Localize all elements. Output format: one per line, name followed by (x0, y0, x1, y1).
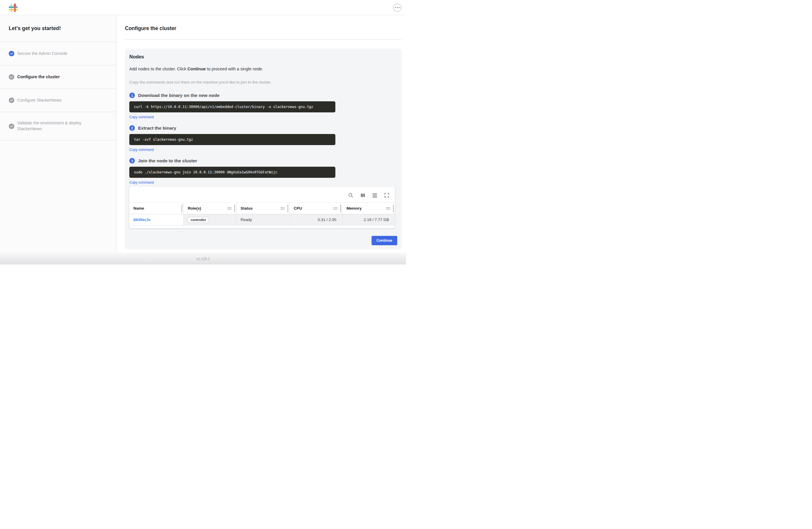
sidebar-item-label: Secure the Admin Console (17, 51, 68, 57)
fullscreen-icon[interactable] (384, 192, 390, 198)
node-name-cell: 8849ec3c (129, 214, 184, 225)
step-1-header: 1 Download the binary on the new node (129, 92, 397, 98)
sidebar-item-configure-slackernews[interactable]: Configure SlackerNews (0, 89, 116, 112)
title-divider (125, 39, 402, 40)
step-2-command-code: tar -xvf slackernews-gnu.tgz (129, 134, 335, 145)
step-1-command-code: curl -k https://10.0.0.11:30000/api/v1/e… (129, 101, 335, 112)
sidebar-item-validate-deploy[interactable]: Validate the environment & deploy Slacke… (0, 112, 116, 140)
sidebar-item-secure-admin-console[interactable]: Secure the Admin Console (0, 42, 116, 66)
column-drag-icon[interactable] (227, 207, 231, 209)
step-2-header: 2 Extract the binary (129, 125, 397, 131)
column-label: Name (133, 206, 144, 211)
version-label: v1.125.2 (196, 257, 209, 261)
search-icon[interactable] (348, 192, 354, 198)
intro-prefix: Add nodes to the cluster. Click (129, 67, 187, 71)
step-1-number-badge: 1 (129, 92, 135, 98)
step-2-number-badge: 2 (129, 125, 135, 131)
node-name-link[interactable]: 8849ec3c (133, 217, 151, 222)
column-label: Memory (346, 206, 362, 211)
role-badge: controller (188, 217, 209, 223)
column-resize-handle[interactable] (393, 204, 394, 213)
step-3-copy-command-link[interactable]: Copy command (129, 181, 154, 185)
intro-continue-word: Continue (187, 67, 206, 71)
column-header-memory[interactable]: Memory (343, 203, 395, 214)
check-circle-pending-icon (9, 124, 14, 129)
step-3-title: Join the node to the cluster (138, 158, 197, 163)
ellipsis-dot (398, 7, 400, 8)
column-resize-handle[interactable] (287, 204, 288, 213)
intro-suffix: to proceed with a single node. (206, 67, 263, 71)
main-content: Configure the cluster Nodes Add nodes to… (117, 15, 406, 253)
sidebar-item-label: Configure the cluster (17, 74, 60, 80)
step-1-title: Download the binary on the new node (138, 93, 219, 98)
node-memory-cell: 2.19 / 7.77 GB (343, 214, 395, 225)
column-header-name[interactable]: Name (129, 203, 184, 214)
top-bar (0, 0, 406, 15)
ellipsis-dot (395, 7, 396, 8)
step-3-command-code: sudo ./slackernews-gnu join 10.0.0.11:30… (129, 167, 335, 178)
overflow-menu-button[interactable] (393, 3, 401, 12)
app-footer: v1.125.2 (0, 253, 406, 264)
sidebar-heading: Let's get you started! (0, 15, 116, 42)
setup-checklist-sidebar: Let's get you started! Secure the Admin … (0, 15, 117, 253)
column-label: CPU (294, 206, 302, 211)
sidebar-item-label: Configure SlackerNews (17, 98, 62, 103)
table-header-row: Name Role(s) Status (129, 203, 395, 214)
check-circle-pending-icon (9, 74, 14, 80)
check-circle-pending-icon (9, 98, 14, 103)
sidebar-item-label: Validate the environment & deploy Slacke… (17, 120, 90, 132)
column-header-status[interactable]: Status (236, 203, 290, 214)
step-3-header: 3 Join the node to the cluster (129, 158, 397, 163)
join-instructions-text: Copy the commands and run them on the ma… (129, 80, 397, 84)
column-header-roles[interactable]: Role(s) (184, 203, 236, 214)
step-3-number-badge: 3 (129, 158, 135, 163)
column-drag-icon[interactable] (280, 207, 285, 209)
ellipsis-dot (397, 7, 398, 8)
slackernews-logo-icon (9, 3, 18, 12)
step-2-title: Extract the binary (138, 126, 176, 131)
sidebar-item-configure-cluster[interactable]: Configure the cluster (0, 66, 116, 89)
table-toolbar (129, 187, 395, 202)
column-header-cpu[interactable]: CPU (290, 203, 343, 214)
continue-row: Continue (129, 236, 397, 245)
column-label: Status (241, 206, 252, 211)
table-row-node: 8849ec3c controller Ready 0.31 / 2.00 2.… (129, 214, 395, 225)
column-drag-icon[interactable] (333, 207, 337, 209)
column-resize-handle[interactable] (181, 204, 183, 213)
show-columns-icon[interactable] (360, 192, 366, 198)
column-resize-handle[interactable] (234, 204, 235, 213)
nodes-heading: Nodes (129, 54, 397, 60)
step-2-copy-command-link[interactable]: Copy command (129, 148, 154, 152)
column-resize-handle[interactable] (340, 204, 341, 213)
column-label: Role(s) (188, 206, 201, 211)
check-circle-done-icon (9, 51, 14, 56)
step-1-copy-command-link[interactable]: Copy command (129, 115, 154, 119)
density-icon[interactable] (372, 192, 378, 198)
node-roles-cell: controller (184, 214, 236, 225)
page-title: Configure the cluster (125, 26, 402, 31)
node-status-cell: Ready (236, 214, 290, 225)
nodes-card: Nodes Add nodes to the cluster. Click Co… (125, 49, 402, 249)
nodes-intro-text: Add nodes to the cluster. Click Continue… (129, 67, 397, 71)
continue-button[interactable]: Continue (372, 236, 397, 245)
nodes-table: Name Role(s) Status (129, 202, 395, 225)
node-cpu-cell: 0.31 / 2.00 (290, 214, 343, 225)
nodes-table-card: Name Role(s) Status (129, 187, 395, 228)
column-drag-icon[interactable] (386, 207, 390, 209)
